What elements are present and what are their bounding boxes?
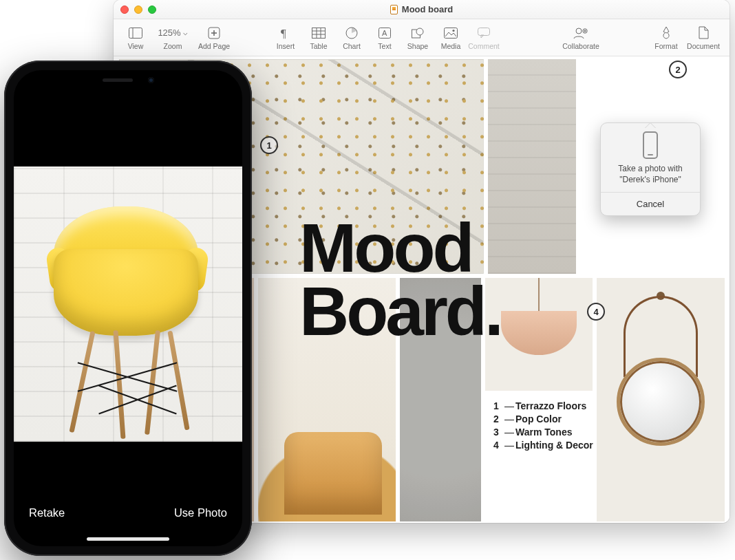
home-indicator[interactable]: [87, 537, 169, 541]
iphone-device: Retake Use Photo: [4, 61, 252, 556]
collaborate-icon: [573, 25, 588, 41]
use-photo-button[interactable]: Use Photo: [174, 506, 227, 519]
insert-button[interactable]: ¶ Insert: [269, 25, 302, 50]
speaker: [103, 78, 133, 82]
camera-app: Retake Use Photo: [14, 70, 242, 546]
toolbar: View 125% ⌵ Zoom Add Page ¶ Insert: [114, 19, 729, 56]
zoom-button[interactable]: 125% ⌵ Zoom: [152, 25, 193, 50]
chair-leg: [113, 330, 125, 439]
svg-point-17: [452, 29, 454, 31]
phone-outline-icon: [643, 131, 658, 159]
plus-page-icon: [208, 25, 220, 41]
lamp-cord: [538, 278, 540, 314]
svg-rect-0: [129, 28, 142, 38]
titlebar: Mood board: [114, 0, 729, 19]
add-page-button[interactable]: Add Page: [193, 25, 235, 50]
chair-seat: [54, 249, 198, 336]
comment-icon: [478, 25, 490, 41]
brush-icon: [661, 25, 672, 41]
comment-button: Comment: [467, 25, 500, 50]
sidebar-icon: [129, 25, 142, 41]
svg-rect-6: [312, 28, 326, 38]
image-concrete[interactable]: [488, 59, 576, 274]
iphone-screen: Retake Use Photo: [14, 70, 242, 546]
front-camera: [148, 77, 154, 83]
collaborate-button[interactable]: Collaborate: [560, 25, 601, 50]
document-button[interactable]: Document: [683, 25, 724, 50]
document-title: Mood board: [114, 4, 729, 14]
shape-button[interactable]: Shape: [401, 25, 434, 50]
text-icon: A: [379, 25, 391, 41]
callout-2: 2: [669, 61, 687, 78]
image-mirror[interactable]: [597, 278, 725, 521]
mirror-glass: [617, 358, 705, 446]
image-pendant-lamp[interactable]: [485, 278, 593, 391]
svg-rect-16: [445, 28, 458, 38]
svg-point-20: [576, 28, 582, 34]
popover-message: Take a photo with "Derek's iPhone": [601, 163, 700, 192]
legend-row: 2—Pop Color: [493, 413, 593, 424]
pilcrow-icon: ¶: [281, 25, 290, 41]
camera-viewfinder[interactable]: [14, 166, 242, 442]
legend-row: 4—Lighting & Decor: [493, 440, 593, 451]
svg-text:¶: ¶: [281, 27, 286, 39]
document-icon: [699, 25, 709, 41]
chart-icon: [345, 25, 358, 41]
chair-leg: [167, 331, 189, 431]
legend[interactable]: 1—Terrazzo Floors 2—Pop Color 3—Warm Ton…: [493, 400, 593, 453]
callout-4: 4: [587, 303, 605, 321]
svg-text:A: A: [382, 29, 387, 37]
zoom-value: 125% ⌵: [153, 25, 191, 41]
shape-icon: [412, 25, 424, 41]
media-button[interactable]: Media: [434, 25, 467, 50]
heading-line-1: Mood: [299, 216, 501, 279]
text-button[interactable]: A Text: [368, 25, 401, 50]
table-icon: [312, 25, 326, 41]
table-button[interactable]: Table: [302, 25, 335, 50]
svg-point-15: [416, 28, 423, 35]
view-button[interactable]: View: [119, 25, 152, 50]
heading-line-2: Board.: [299, 279, 501, 343]
page-heading[interactable]: Mood Board.: [299, 216, 501, 343]
retake-button[interactable]: Retake: [29, 506, 65, 519]
notch: [70, 70, 187, 89]
chevron-down-icon: ⌵: [183, 28, 188, 37]
popover-cancel-button[interactable]: Cancel: [601, 192, 700, 215]
lamp-shade: [501, 311, 577, 355]
chart-button[interactable]: Chart: [335, 25, 368, 50]
format-button[interactable]: Format: [650, 25, 683, 50]
callout-1: 1: [260, 136, 278, 154]
continuity-camera-popover: Take a photo with "Derek's iPhone" Cance…: [600, 122, 701, 216]
document-icon: [390, 5, 398, 14]
svg-rect-18: [478, 28, 490, 35]
camera-bottom-bar: Retake Use Photo: [14, 495, 242, 530]
chair-leg: [69, 331, 95, 433]
media-icon: [444, 25, 458, 41]
legend-row: 1—Terrazzo Floors: [493, 400, 593, 411]
legend-row: 3—Warm Tones: [493, 427, 593, 438]
document-title-text: Mood board: [402, 4, 453, 14]
